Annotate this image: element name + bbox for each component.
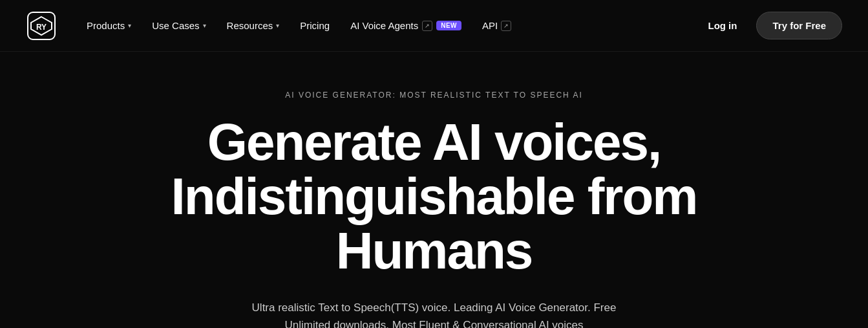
try-for-free-button[interactable]: Try for Free	[756, 12, 842, 39]
navbar: RY Products ▾ Use Cases ▾ Resources ▾ Pr…	[0, 0, 868, 52]
hero-eyebrow: AI VOICE GENERATOR: MOST REALISTIC TEXT …	[285, 91, 583, 100]
chevron-down-icon: ▾	[128, 22, 131, 29]
new-badge: NEW	[436, 21, 461, 30]
nav-item-ai-voice-agents[interactable]: AI Voice Agents ↗ NEW	[341, 15, 471, 36]
nav-pricing-label: Pricing	[300, 20, 330, 31]
svg-text:RY: RY	[36, 23, 47, 32]
nav-item-resources[interactable]: Resources ▾	[218, 15, 289, 36]
logo[interactable]: RY	[26, 10, 57, 41]
nav-item-api[interactable]: API ↗	[473, 15, 520, 36]
nav-resources-label: Resources	[227, 20, 273, 31]
nav-ai-voice-label: AI Voice Agents	[350, 20, 418, 31]
login-button[interactable]: Log in	[699, 15, 746, 36]
hero-subtitle: Ultra realistic Text to Speech(TTS) voic…	[240, 299, 628, 328]
external-link-icon: ↗	[501, 21, 511, 31]
nav-item-products[interactable]: Products ▾	[78, 15, 140, 36]
hero-section: AI VOICE GENERATOR: MOST REALISTIC TEXT …	[0, 52, 868, 328]
external-link-icon: ↗	[422, 21, 432, 31]
nav-links: Products ▾ Use Cases ▾ Resources ▾ Prici…	[78, 15, 520, 36]
nav-right: Log in Try for Free	[699, 12, 842, 39]
chevron-down-icon: ▾	[276, 22, 279, 29]
nav-products-label: Products	[87, 20, 125, 31]
nav-item-pricing[interactable]: Pricing	[291, 15, 339, 36]
nav-item-use-cases[interactable]: Use Cases ▾	[143, 15, 215, 36]
nav-api-label: API	[482, 20, 498, 31]
chevron-down-icon: ▾	[203, 22, 206, 29]
hero-title: Generate AI voices, Indistinguishable fr…	[143, 115, 725, 278]
nav-left: RY Products ▾ Use Cases ▾ Resources ▾ Pr…	[26, 10, 520, 41]
nav-use-cases-label: Use Cases	[152, 20, 199, 31]
